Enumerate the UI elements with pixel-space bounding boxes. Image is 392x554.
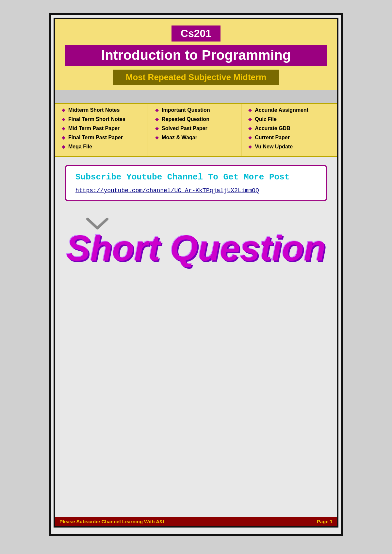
- footer-left-text: Please Subscribe Channel Learning With A…: [59, 519, 164, 524]
- footer-right-text: Page 1: [317, 519, 333, 524]
- list-item: ❖ Mid Term Past Paper: [61, 126, 141, 131]
- diamond-icon-9: ❖: [155, 135, 159, 141]
- short-question-title: Short Question: [65, 230, 327, 266]
- youtube-link[interactable]: https://youtube.com/channel/UC_Ar-KkTPqj…: [75, 187, 317, 194]
- column-3: ❖ Accurate Assignment ❖ Quiz File ❖ Accu…: [241, 104, 337, 156]
- list-item: ❖ Mega File: [61, 144, 141, 150]
- list-item: ❖ Accurate Assignment: [248, 107, 331, 113]
- items-table-wrapper: ❖ Midterm Short Notes ❖ Final Term Short…: [55, 103, 337, 157]
- diamond-icon-11: ❖: [248, 117, 252, 122]
- short-question-section: Short Question: [55, 209, 337, 517]
- column-1: ❖ Midterm Short Notes ❖ Final Term Short…: [55, 104, 148, 156]
- items-table: ❖ Midterm Short Notes ❖ Final Term Short…: [55, 104, 337, 156]
- subscribe-box: Subscribe Youtube Channel To Get More Po…: [65, 165, 327, 201]
- header-section: Cs201 Introduction to Programming Most R…: [55, 19, 337, 90]
- inner-border: Cs201 Introduction to Programming Most R…: [54, 18, 338, 528]
- diamond-icon-6: ❖: [155, 108, 159, 113]
- diamond-icon-3: ❖: [61, 126, 66, 131]
- subtitle: Most Repeated Subjective Midterm: [113, 70, 280, 85]
- list-item: ❖ Current Paper: [248, 135, 331, 141]
- diamond-icon-13: ❖: [248, 135, 252, 141]
- diamond-icon-2: ❖: [61, 117, 66, 122]
- page-wrapper: Cs201 Introduction to Programming Most R…: [49, 13, 343, 536]
- list-item: ❖ Repeated Question: [155, 116, 234, 122]
- diamond-icon-14: ❖: [248, 144, 252, 150]
- diamond-icon-7: ❖: [155, 117, 159, 122]
- diamond-icon-1: ❖: [61, 108, 66, 113]
- course-title: Introduction to Programming: [65, 45, 327, 66]
- footer-bar: Please Subscribe Channel Learning With A…: [55, 517, 337, 526]
- diamond-icon-10: ❖: [248, 108, 252, 113]
- list-item: ❖ Final Term Past Paper: [61, 135, 141, 141]
- list-item: ❖ Midterm Short Notes: [61, 107, 141, 113]
- list-item: ❖ Accurate GDB: [248, 126, 331, 131]
- diamond-icon-8: ❖: [155, 126, 159, 131]
- course-code: Cs201: [172, 25, 220, 42]
- spacer-top: [55, 90, 337, 103]
- diamond-icon-5: ❖: [61, 144, 66, 150]
- list-item: ❖ Vu New Update: [248, 144, 331, 150]
- subscribe-text: Subscribe Youtube Channel To Get More Po…: [75, 172, 317, 182]
- subscribe-section: Subscribe Youtube Channel To Get More Po…: [55, 157, 337, 209]
- list-item: ❖ Solved Past Paper: [155, 126, 234, 131]
- list-item: ❖ Quiz File: [248, 116, 331, 122]
- diamond-icon-4: ❖: [61, 135, 66, 141]
- list-item: ❖ Final Term Short Notes: [61, 116, 141, 122]
- column-2: ❖ Important Question ❖ Repeated Question…: [148, 104, 241, 156]
- diamond-icon-12: ❖: [248, 126, 252, 131]
- list-item: ❖ Moaz & Waqar: [155, 135, 234, 141]
- list-item: ❖ Important Question: [155, 107, 234, 113]
